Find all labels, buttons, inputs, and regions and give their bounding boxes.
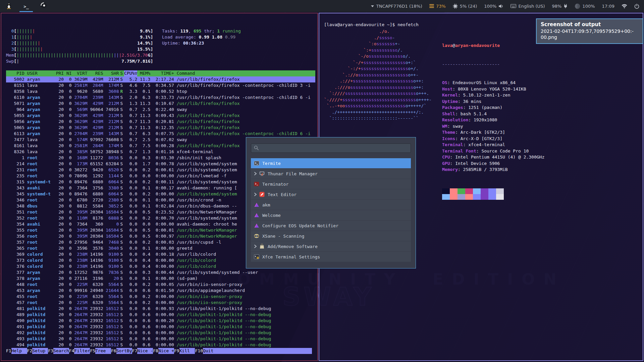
process-row-pid-5055[interactable]: 5055aryan2003629M429M212MS0.711.30:09.43… [6, 113, 315, 119]
process-row-pid-481[interactable]: 481polkitd2002647M2393216512S0.00.60:00.… [6, 306, 315, 312]
column-header-mem[interactable]: MEM% [137, 70, 150, 76]
fkey-f5-tree[interactable]: F5Tree [90, 348, 111, 354]
info-uptime: Uptime: 36 mins [442, 99, 544, 105]
fkey-f1-help[interactable]: F1Help [6, 348, 27, 354]
process-row-pid-6113[interactable]: 6113aryan2002704M239M143MS0.76.30:07.75/… [6, 131, 315, 137]
color-swatch [473, 194, 481, 200]
chevron-right-icon[interactable] [254, 172, 259, 176]
fkey-f2-setup[interactable]: F2Setup [27, 348, 48, 354]
process-row-pid-455[interactable]: 455root200225M63205564S0.00.20:00.00/usr… [6, 294, 315, 300]
launcher-search-input[interactable] [261, 145, 408, 151]
launcher-item-label: Thunar File Manager [268, 171, 318, 176]
info-packages: Packages: 1251 (pacman) [442, 105, 544, 111]
color-swatch [496, 194, 504, 200]
battery[interactable]: 98% [552, 4, 568, 9]
termite-icon [254, 160, 261, 166]
process-row-pid-378[interactable]: 378aryan20027116319620S0.00.10:00.00(sd-… [6, 276, 315, 282]
fkey-f7-nice[interactable]: F7Nice - [132, 348, 153, 354]
column-header-pri[interactable]: PRI [53, 70, 64, 76]
info-host: Host: 80X8 Lenovo YOGA 520-14IKB [442, 86, 544, 93]
color-swatch [465, 194, 473, 200]
launcher-search-field[interactable] [251, 143, 411, 153]
process-row-pid-964[interactable]: 964aryan200569M9606474916S0.72.50:22.40s… [6, 107, 315, 113]
launcher-item-xsane-scanning[interactable]: XSane - Scanning [251, 231, 411, 241]
keyboard-layout-label: English (US) [518, 4, 545, 9]
launcher-item-termite[interactable]: Termite [251, 158, 411, 168]
workspace-tux[interactable] [0, 0, 17, 12]
process-row-pid-5056[interactable]: 5056aryan2003629M429M212MS0.711.30:20.81… [6, 119, 315, 125]
launcher-item-terminator[interactable]: Terminator [251, 179, 411, 189]
volume-label: 100% [484, 4, 496, 9]
package-icon [259, 243, 266, 249]
process-row-pid-491[interactable]: 491polkitd2002647M2393216512S0.00.60:00.… [6, 324, 315, 330]
fkey-f9-kill[interactable]: F9Kill [174, 348, 195, 354]
process-row-pid-492[interactable]: 492polkitd2002647M2393216512S0.00.60:00.… [6, 330, 315, 336]
fkey-f3-search[interactable]: F3Search [48, 348, 69, 354]
process-row-pid-6110[interactable]: 6110aryan2002704M239M143MS2.06.30:33.73/… [6, 95, 315, 101]
color-swatch [481, 188, 488, 194]
column-header-shr[interactable]: SHR [103, 70, 119, 76]
clock[interactable]: 17:09 [602, 4, 614, 9]
process-row-pid-490[interactable]: 490polkitd2002647M2393216512S0.00.60:00.… [6, 318, 315, 324]
workspace-browser[interactable] [35, 0, 52, 12]
launcher-item-add-remove-software[interactable]: Add/Remove Software [251, 241, 411, 251]
htop-cpu-memory-meters: 0[|||||||9.8%]1[||||||9.1%]2[|||||||||14… [6, 28, 153, 64]
process-row-pid-453[interactable]: 453aryan200999162494021644S0.00.60:01.50… [6, 288, 315, 294]
launcher-item-welcome[interactable]: Welcome [251, 210, 411, 220]
info-os: OS: EndeavourOS Linux x86_64 [442, 80, 544, 86]
process-row-pid-5071[interactable]: 5071aryan2003629M429M212MS1.311.30:10.67… [6, 101, 315, 107]
launcher-item-thunar-file-manager[interactable]: Thunar File Manager [251, 169, 411, 179]
process-row-pid-457[interactable]: 457root200225M63205564S0.00.20:00.00/usr… [6, 300, 315, 306]
chevron-right-icon[interactable] [254, 192, 259, 196]
fkey-f4-filter[interactable]: F4Filter [69, 348, 90, 354]
column-header-user[interactable]: USER [24, 70, 53, 76]
info-shell: Shell: bash 5.1.4 [442, 111, 544, 117]
brightness-label: 100% [582, 4, 595, 9]
info-terminal-font: Terminal Font: Source Code Pro 10 [442, 148, 544, 155]
launcher-item-xfce-terminal-settings[interactable]: Xfce Terminal Settings [251, 252, 411, 262]
column-header-ni[interactable]: NI [64, 70, 71, 76]
wifi-icon [622, 4, 627, 8]
keyboard-layout[interactable]: English (US) [511, 4, 545, 9]
column-header-pid[interactable]: PID [6, 70, 24, 76]
column-header-time[interactable]: TIME+ [150, 70, 174, 76]
column-header-virt[interactable]: VIRT [72, 70, 88, 76]
launcher-item-akm[interactable]: akm [251, 200, 411, 210]
process-row-pid-5002[interactable]: 5002aryan2003629M429M212MS5.211.32:17.24… [6, 76, 315, 82]
process-row-pid-5065[interactable]: 5065aryan2003629M429M212MS0.711.30:12.35… [6, 125, 315, 131]
process-row-pid-377[interactable]: 377aryan2001725298767836S0.00.30:00.44/u… [6, 269, 315, 276]
info-icons: Icons: Arc-X-D [GTK2/3] [442, 136, 544, 142]
column-header-command[interactable]: Command [174, 70, 315, 76]
power[interactable] [634, 4, 639, 9]
memory-usage[interactable]: 5% (24) [453, 4, 477, 9]
process-row-pid-489[interactable]: 489polkitd2002647M2393216512S0.00.60:00.… [6, 312, 315, 318]
column-header-cpu[interactable]: CPU%▽ [124, 70, 137, 76]
wifi[interactable] [622, 4, 627, 8]
process-table-header[interactable]: PIDUSERPRINIVIRTRESSHRSCPU%▽ MEM%TIME+Co… [6, 70, 315, 76]
htop-tasks-summary: Tasks: 119, 695 thr; 1 runningLoad avera… [162, 28, 241, 46]
launcher-item-configure-eos-update-notifier[interactable]: Configure EOS Update Notifier [251, 221, 411, 231]
chevron-right-icon[interactable] [254, 244, 259, 248]
column-header-res[interactable]: RES [88, 70, 103, 76]
screenshot-notification[interactable]: Screenshot of output 2021-02-04T17:09:57… [536, 18, 643, 44]
status-module-list: TNCAPF776D1 (18%)73%5% (24)100%English (… [371, 3, 639, 9]
process-row-pid-448[interactable]: 448root200225M63205564S0.00.20:00.05/usr… [6, 282, 315, 288]
fkey-f10-quit[interactable]: F10Quit [195, 348, 218, 354]
volume[interactable]: 100% [484, 4, 503, 9]
workspace-terminal[interactable]: >_ [17, 0, 35, 12]
fkey-f8-nice[interactable]: F8Nice + [153, 348, 174, 354]
process-row-pid-493[interactable]: 493polkitd2002647M2393216512S0.00.60:00.… [6, 336, 315, 342]
neofetch-title: lava@aryan-endavourite [442, 43, 544, 49]
cpu-load[interactable]: 73% [429, 4, 446, 9]
process-row-pid-8358[interactable]: 8358lava200962056803608R3.30.10:00.52hto… [6, 88, 315, 95]
network-ssid[interactable]: TNCAPF776D1 (18%) [371, 4, 422, 9]
process-row-pid-8151[interactable]: 8151lava2002581M284M174MS4.67.50:34.57/u… [6, 82, 315, 88]
launcher-item-text-editor[interactable]: Text Editor [251, 189, 411, 199]
palette-row-2 [442, 194, 544, 200]
cpu-meter-0: 0[|||||||9.8%] [6, 28, 153, 34]
column-header-s[interactable]: S [119, 70, 124, 76]
fkey-f6-sortby[interactable]: F6SortBy [111, 348, 132, 354]
process-row-pid-494[interactable]: 494polkitd2002647M2393216512S0.00.60:00.… [6, 342, 315, 348]
color-swatch [496, 188, 504, 194]
brightness[interactable]: 100% [575, 3, 595, 9]
